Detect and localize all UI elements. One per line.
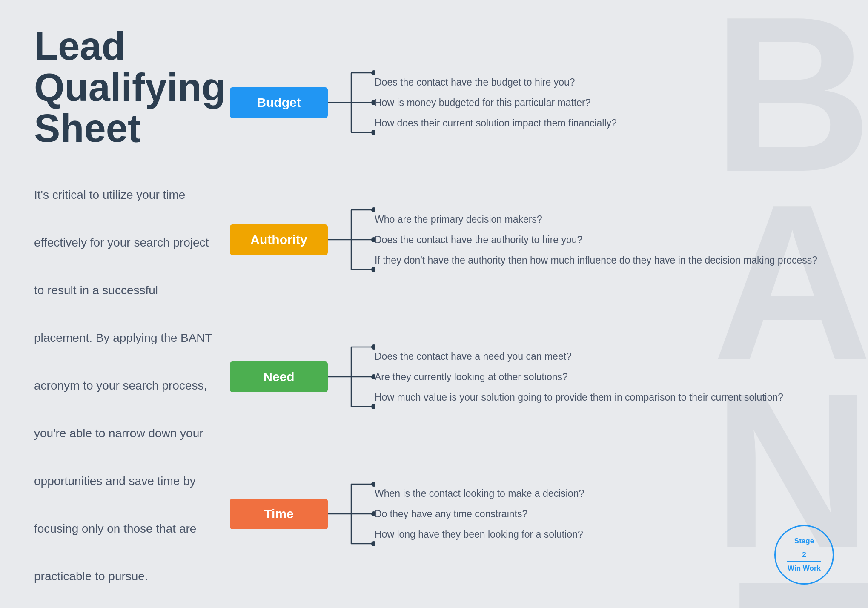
svg-point-29 [371, 511, 375, 516]
question-text-time-0: When is the contact looking to make a de… [375, 487, 584, 500]
svg-point-15 [371, 267, 375, 272]
svg-point-11 [371, 207, 375, 212]
question-text-authority-2: If they don't have the authority then ho… [375, 253, 817, 267]
svg-point-21 [371, 374, 375, 379]
question-item-need-1: Are they currently looking at other solu… [375, 367, 834, 387]
questions-list-time: When is the contact looking to make a de… [375, 483, 834, 545]
svg-point-5 [371, 100, 375, 105]
question-item-budget-2: How does their current solution impact t… [375, 113, 834, 133]
question-text-authority-0: Who are the primary decision makers? [375, 212, 542, 226]
question-text-budget-2: How does their current solution impact t… [375, 116, 617, 130]
svg-point-27 [371, 482, 375, 487]
questions-list-authority: Who are the primary decision makers?Does… [375, 209, 834, 271]
question-item-authority-1: Does the contact have the authority to h… [375, 229, 834, 250]
bant-label-time: Time [230, 499, 328, 529]
bant-label-need: Need [230, 361, 328, 392]
branch-svg-need [328, 334, 375, 419]
badge-line2: 2 [802, 550, 806, 559]
svg-point-19 [371, 344, 375, 350]
svg-point-31 [371, 541, 375, 546]
question-item-budget-1: How is money budgeted for this particula… [375, 92, 834, 113]
badge-line1: Stage [794, 536, 814, 546]
question-text-need-0: Does the contact have a need you can mee… [375, 350, 572, 363]
questions-list-need: Does the contact have a need you can mee… [375, 346, 834, 408]
description-text: It's critical to utilize your time effec… [34, 183, 213, 588]
question-item-need-0: Does the contact have a need you can mee… [375, 346, 834, 367]
svg-point-7 [371, 130, 375, 135]
question-text-need-2: How much value is your solution going to… [375, 390, 783, 404]
svg-point-13 [371, 237, 375, 242]
question-text-budget-0: Does the contact have the budget to hire… [375, 75, 575, 89]
bant-label-budget: Budget [230, 87, 328, 118]
question-item-need-2: How much value is your solution going to… [375, 387, 834, 407]
bant-row-time: TimeWhen is the contact looking to make … [230, 471, 834, 556]
question-item-budget-0: Does the contact have the budget to hire… [375, 72, 834, 92]
right-column: BudgetDoes the contact have the budget t… [230, 26, 834, 582]
questions-list-budget: Does the contact have the budget to hire… [375, 72, 834, 134]
question-text-need-1: Are they currently looking at other solu… [375, 370, 568, 384]
question-item-authority-0: Who are the primary decision makers? [375, 209, 834, 229]
bant-row-budget: BudgetDoes the contact have the budget t… [230, 60, 834, 145]
bant-label-authority: Authority [230, 224, 328, 255]
left-column: Lead Qualifying Sheet It's critical to u… [34, 26, 213, 582]
svg-point-3 [371, 70, 375, 75]
branch-svg-time [328, 471, 375, 556]
branch-svg-budget [328, 60, 375, 145]
badge-divider [787, 548, 821, 548]
stage-badge: Stage 2 Win Work [774, 525, 834, 585]
question-text-budget-1: How is money budgeted for this particula… [375, 96, 591, 109]
question-item-time-0: When is the contact looking to make a de… [375, 483, 834, 504]
page-title: Lead Qualifying Sheet [34, 26, 213, 149]
page-container: BANT Lead Qualifying Sheet It's critical… [0, 0, 868, 608]
question-item-time-2: How long have they been looking for a so… [375, 524, 834, 545]
badge-divider2 [787, 561, 821, 562]
question-text-time-1: Do they have any time constraints? [375, 507, 527, 521]
bant-row-need: NeedDoes the contact have a need you can… [230, 334, 834, 419]
question-text-authority-1: Does the contact have the authority to h… [375, 233, 582, 247]
branch-svg-authority [328, 197, 375, 282]
question-item-authority-2: If they don't have the authority then ho… [375, 250, 834, 270]
question-item-time-1: Do they have any time constraints? [375, 504, 834, 524]
svg-point-23 [371, 404, 375, 409]
bant-row-authority: AuthorityWho are the primary decision ma… [230, 197, 834, 282]
question-text-time-2: How long have they been looking for a so… [375, 528, 583, 541]
badge-line3: Win Work [788, 564, 821, 573]
